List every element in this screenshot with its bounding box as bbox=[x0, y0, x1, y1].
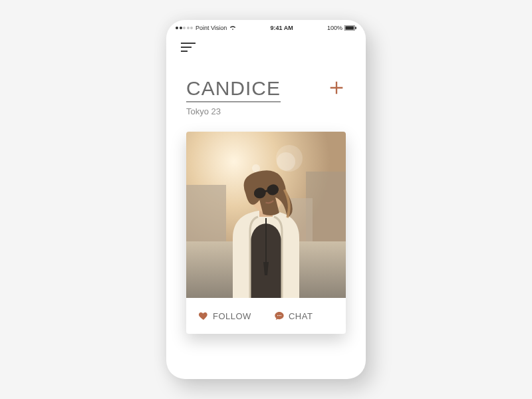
svg-point-9 bbox=[277, 152, 295, 171]
status-left: Point Vision bbox=[176, 25, 236, 31]
chat-button[interactable]: CHAT bbox=[274, 311, 313, 321]
profile-header: CANDICE Tokyo 23 bbox=[186, 77, 346, 116]
profile-subline: Tokyo 23 bbox=[186, 106, 346, 116]
svg-rect-4 bbox=[186, 185, 226, 245]
svg-point-18 bbox=[279, 315, 279, 316]
wifi-icon bbox=[229, 25, 236, 31]
chat-icon bbox=[274, 311, 285, 321]
menu-icon[interactable] bbox=[181, 43, 197, 53]
status-bar: Point Vision 9:41 AM 100% bbox=[166, 20, 366, 32]
card-actions: FOLLOW CHAT bbox=[186, 298, 346, 334]
svg-point-10 bbox=[252, 164, 260, 172]
profile-name: CANDICE bbox=[186, 77, 281, 102]
battery-icon bbox=[344, 25, 356, 31]
add-button[interactable] bbox=[327, 78, 346, 97]
status-right: 100% bbox=[327, 25, 356, 31]
profile-location: Tokyo bbox=[186, 106, 209, 116]
follow-button[interactable]: FOLLOW bbox=[198, 311, 251, 321]
svg-point-19 bbox=[281, 315, 281, 316]
chat-label: CHAT bbox=[289, 311, 313, 321]
svg-point-17 bbox=[277, 315, 278, 316]
heart-icon bbox=[198, 311, 209, 321]
profile-photo bbox=[186, 132, 346, 298]
battery-label: 100% bbox=[327, 25, 342, 31]
carrier-label: Point Vision bbox=[196, 25, 227, 31]
svg-rect-2 bbox=[355, 27, 356, 29]
follow-label: FOLLOW bbox=[213, 311, 251, 321]
phone-screen: Point Vision 9:41 AM 100% CANDICE Tokyo … bbox=[166, 20, 366, 379]
svg-rect-1 bbox=[345, 26, 353, 29]
profile-age: 23 bbox=[211, 106, 221, 116]
signal-icon bbox=[176, 27, 193, 29]
status-time: 9:41 AM bbox=[236, 25, 327, 31]
profile-card: FOLLOW CHAT bbox=[186, 132, 346, 334]
